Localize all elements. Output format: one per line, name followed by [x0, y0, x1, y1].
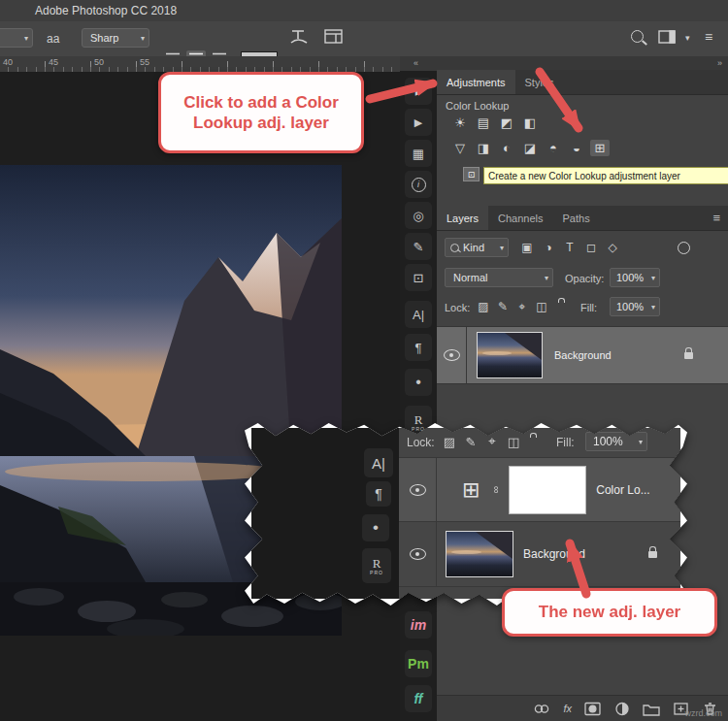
link-layers-icon[interactable]: [533, 702, 550, 716]
dock-properties-button[interactable]: ◎: [405, 202, 432, 229]
inset-lock-paint-icon[interactable]: ✎: [463, 434, 479, 449]
vibrance-icon[interactable]: ▽: [450, 140, 470, 156]
lock-artboard-icon[interactable]: ◫: [534, 299, 549, 314]
layers-tabbar: Layers Channels Paths ≡: [437, 206, 728, 231]
blend-mode-dropdown[interactable]: Normal ▾: [445, 268, 553, 287]
dock-paragraph-button[interactable]: ¶: [405, 334, 432, 361]
dock-ff-extension-button[interactable]: ff: [405, 685, 432, 712]
canvas-area[interactable]: [0, 72, 400, 721]
inset-fill-label: Fill:: [556, 436, 575, 449]
black-white-icon[interactable]: ◪: [520, 140, 540, 156]
dock-character-button[interactable]: A|: [405, 301, 432, 328]
tool-preset-dropdown[interactable]: ▾: [0, 28, 33, 48]
filter-smart-objects-icon[interactable]: ◇: [604, 239, 621, 256]
eye-icon[interactable]: [410, 484, 426, 496]
clone-source-icon: ⊡: [414, 271, 424, 285]
eye-icon[interactable]: [410, 548, 426, 560]
color-lookup-icon[interactable]: ⊞: [590, 140, 610, 156]
blend-mode-value: Normal: [453, 272, 487, 283]
callout-bottom-text: The new adj. layer: [539, 602, 680, 622]
inset-layer-thumbnail[interactable]: [446, 531, 513, 577]
layer-row-background[interactable]: Background: [437, 326, 728, 384]
inset-lock-artboard-icon[interactable]: ◫: [506, 434, 521, 449]
ruler-tick-label: 55: [140, 57, 149, 67]
chevron-down-icon: ▾: [651, 274, 655, 282]
new-group-folder-icon[interactable]: [643, 702, 660, 716]
dock-info-button[interactable]: i: [405, 171, 432, 198]
dock-history-button[interactable]: ▸: [405, 78, 432, 105]
inset-lock-position-icon[interactable]: ⌖: [484, 434, 500, 449]
pm-extension-icon: Pm: [408, 656, 429, 672]
panel-menu-icon[interactable]: ≡: [712, 211, 720, 225]
inset-layer-row-background[interactable]: Background: [399, 521, 680, 587]
inset-fill-field[interactable]: 100% ▾: [585, 432, 647, 451]
inset-paragraph-icon[interactable]: ¶: [366, 481, 391, 507]
levels-icon[interactable]: ▤: [474, 115, 493, 131]
dock-paragraph-styles-button[interactable]: •: [405, 369, 432, 396]
fill-field[interactable]: 100% ▾: [610, 297, 660, 316]
layer-style-fx-icon[interactable]: fx: [563, 703, 572, 714]
inset-paragraph-styles-icon[interactable]: •: [362, 514, 389, 541]
inset-character-icon[interactable]: A|: [364, 448, 393, 477]
hue-saturation-icon[interactable]: ◨: [474, 140, 493, 156]
chevron-down-icon: ▾: [545, 274, 548, 282]
inset-lock-transparent-icon[interactable]: ▨: [442, 434, 457, 449]
inset-background-lock-icon: [648, 551, 657, 558]
chevron-down-icon: ▾: [500, 244, 504, 252]
chevron-down-icon: ▾: [639, 438, 643, 446]
exposure-icon[interactable]: ◧: [520, 115, 540, 131]
filter-shape-layers-icon[interactable]: ◻: [582, 239, 600, 256]
filter-type-layers-icon[interactable]: T: [561, 239, 579, 256]
inset-layer-row-color-lookup[interactable]: ⊞ ∞ Color Lo...: [399, 457, 680, 522]
layer-filter-toggle[interactable]: [678, 242, 690, 254]
brush-icon: ✎: [414, 240, 424, 254]
lock-transparent-pixels-icon[interactable]: ▨: [476, 299, 491, 314]
play-icon: ▶: [414, 116, 422, 129]
add-layer-mask-icon[interactable]: [584, 702, 602, 716]
filter-pixel-layers-icon[interactable]: ▣: [518, 239, 536, 256]
curves-icon[interactable]: ◩: [497, 115, 516, 131]
collapse-panels-icon[interactable]: »: [717, 58, 722, 68]
dock-actions-button[interactable]: ▶: [405, 109, 432, 136]
dock-clone-source-button[interactable]: ⊡: [405, 264, 432, 291]
tab-layers[interactable]: Layers: [437, 206, 488, 230]
filter-kind-value: Kind: [463, 242, 484, 253]
mask-link-icon[interactable]: ∞: [491, 486, 503, 494]
dock-im-extension-button[interactable]: im: [405, 611, 432, 639]
new-adjustment-layer-icon[interactable]: [614, 702, 630, 716]
filter-adjustment-layers-icon[interactable]: ◑: [540, 239, 557, 256]
chevron-down-icon[interactable]: ▾: [685, 33, 690, 43]
photo-filter-icon[interactable]: ◓: [544, 140, 563, 156]
inset-r-pro-icon[interactable]: R PRO: [362, 548, 391, 583]
anti-alias-dropdown[interactable]: Sharp ▾: [82, 28, 149, 48]
lock-position-icon[interactable]: ⌖: [514, 299, 530, 314]
tool-presets-icon: ▦: [413, 147, 424, 161]
workspace-icon: [658, 30, 676, 45]
warp-text-button[interactable]: [289, 27, 309, 49]
search-icon[interactable]: [631, 30, 644, 43]
chevron-down-icon: ▾: [24, 34, 28, 43]
toggle-panels-button[interactable]: [324, 29, 343, 47]
tab-paths[interactable]: Paths: [553, 206, 600, 230]
dock-pm-extension-button[interactable]: Pm: [405, 650, 432, 677]
dock-brush-settings-button[interactable]: ✎: [405, 233, 432, 260]
tab-channels[interactable]: Channels: [488, 206, 552, 230]
dock-tool-presets-button[interactable]: ▦: [405, 140, 432, 167]
channel-mixer-icon[interactable]: ◒: [567, 140, 586, 156]
lock-image-pixels-icon[interactable]: ✎: [495, 299, 511, 314]
brightness-contrast-icon[interactable]: ☀: [450, 115, 470, 131]
anti-alias-value: Sharp: [90, 32, 118, 44]
layer-thumbnail[interactable]: [477, 332, 543, 378]
options-menu-icon[interactable]: ≡: [705, 29, 712, 45]
eye-icon[interactable]: [444, 349, 460, 361]
horizontal-ruler[interactable]: 40 45 50 55: [0, 56, 400, 73]
opacity-field[interactable]: 100% ▾: [610, 268, 660, 287]
layer-filter-kind-dropdown[interactable]: Kind ▾: [445, 238, 509, 257]
workspace-button[interactable]: [658, 30, 676, 47]
color-balance-icon[interactable]: ◐: [497, 140, 516, 156]
expand-dock-icon[interactable]: «: [414, 58, 418, 68]
ff-extension-icon: ff: [414, 691, 422, 706]
tab-styles[interactable]: Styles: [515, 70, 564, 94]
layer-mask-thumbnail[interactable]: [509, 466, 586, 514]
tab-adjustments[interactable]: Adjustments: [437, 70, 515, 94]
